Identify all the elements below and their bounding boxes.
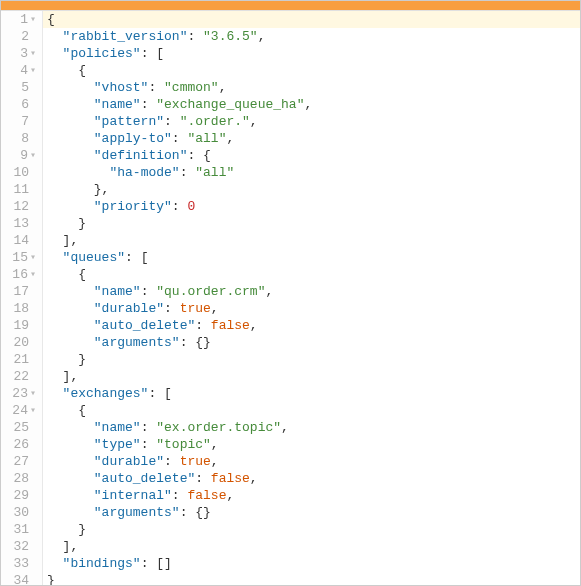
code-line[interactable]: "type": "topic", <box>43 436 580 453</box>
line-number: 2 <box>11 28 29 45</box>
line-number: 6 <box>11 96 29 113</box>
punctuation: : <box>164 301 180 316</box>
fold-arrow-icon[interactable]: ▾ <box>30 147 36 164</box>
json-boolean: true <box>180 454 211 469</box>
fold-arrow-icon[interactable]: ▾ <box>30 249 36 266</box>
line-number: 24 <box>10 402 28 419</box>
punctuation: } <box>47 573 55 585</box>
line-number-gutter: 1▾23▾4▾56789▾101112131415▾16▾17181920212… <box>1 11 43 585</box>
json-key: "queues" <box>63 250 125 265</box>
punctuation: : <box>164 454 180 469</box>
line-number: 32 <box>11 538 29 555</box>
punctuation: , <box>219 80 227 95</box>
line-number: 7 <box>11 113 29 130</box>
code-line[interactable]: ], <box>43 368 580 385</box>
code-line[interactable]: } <box>43 351 580 368</box>
gutter-line: 11 <box>11 181 36 198</box>
line-number: 1 <box>10 11 28 28</box>
code-line[interactable]: "priority": 0 <box>43 198 580 215</box>
gutter-line: 2 <box>11 28 36 45</box>
code-line[interactable]: "durable": true, <box>43 453 580 470</box>
json-key: "policies" <box>63 46 141 61</box>
punctuation: , <box>211 454 219 469</box>
gutter-line: 25 <box>11 419 36 436</box>
json-key: "apply-to" <box>94 131 172 146</box>
code-line[interactable]: "name": "exchange_queue_ha", <box>43 96 580 113</box>
line-number: 28 <box>11 470 29 487</box>
punctuation: : <box>164 114 180 129</box>
json-key: "name" <box>94 420 141 435</box>
gutter-line: 19 <box>11 317 36 334</box>
gutter-line: 1▾ <box>11 11 36 28</box>
fold-arrow-icon[interactable]: ▾ <box>30 45 36 62</box>
code-line[interactable]: "auto_delete": false, <box>43 470 580 487</box>
gutter-line: 8 <box>11 130 36 147</box>
punctuation: : <box>180 165 196 180</box>
punctuation: : <box>172 488 188 503</box>
gutter-line: 13 <box>11 215 36 232</box>
code-line[interactable]: "durable": true, <box>43 300 580 317</box>
punctuation: , <box>226 131 234 146</box>
code-line[interactable]: { <box>43 402 580 419</box>
code-line[interactable]: "arguments": {} <box>43 334 580 351</box>
code-line[interactable]: "definition": { <box>43 147 580 164</box>
punctuation: : <box>141 284 157 299</box>
code-line[interactable]: "auto_delete": false, <box>43 317 580 334</box>
code-line[interactable]: { <box>43 11 580 28</box>
gutter-line: 4▾ <box>11 62 36 79</box>
code-area[interactable]: { "rabbit_version": "3.6.5", "policies":… <box>43 11 580 585</box>
code-line[interactable]: { <box>43 62 580 79</box>
code-line[interactable]: } <box>43 521 580 538</box>
gutter-line: 6 <box>11 96 36 113</box>
line-number: 17 <box>11 283 29 300</box>
json-key: "arguments" <box>94 335 180 350</box>
code-line[interactable]: "arguments": {} <box>43 504 580 521</box>
code-line[interactable]: "apply-to": "all", <box>43 130 580 147</box>
gutter-line: 9▾ <box>11 147 36 164</box>
code-line[interactable]: "ha-mode": "all" <box>43 164 580 181</box>
fold-arrow-icon[interactable]: ▾ <box>30 11 36 28</box>
code-line[interactable]: "policies": [ <box>43 45 580 62</box>
line-number: 33 <box>11 555 29 572</box>
json-key: "name" <box>94 284 141 299</box>
json-string: "topic" <box>156 437 211 452</box>
punctuation: : <box>148 80 164 95</box>
gutter-line: 20 <box>11 334 36 351</box>
code-line[interactable]: "vhost": "cmmon", <box>43 79 580 96</box>
code-line[interactable]: "exchanges": [ <box>43 385 580 402</box>
code-line[interactable]: "rabbit_version": "3.6.5", <box>43 28 580 45</box>
code-line[interactable]: { <box>43 266 580 283</box>
code-line[interactable]: "pattern": ".order.", <box>43 113 580 130</box>
fold-arrow-icon[interactable]: ▾ <box>30 402 36 419</box>
code-line[interactable]: "bindings": [] <box>43 555 580 572</box>
code-line[interactable]: } <box>43 572 580 585</box>
code-line[interactable]: "internal": false, <box>43 487 580 504</box>
code-line[interactable]: "name": "ex.order.topic", <box>43 419 580 436</box>
code-line[interactable]: ], <box>43 232 580 249</box>
json-key: "auto_delete" <box>94 318 195 333</box>
fold-arrow-icon[interactable]: ▾ <box>30 62 36 79</box>
fold-arrow-icon[interactable]: ▾ <box>30 385 36 402</box>
punctuation: : {} <box>180 335 211 350</box>
json-string: "ex.order.topic" <box>156 420 281 435</box>
punctuation: , <box>211 301 219 316</box>
punctuation: }, <box>94 182 110 197</box>
line-number: 12 <box>11 198 29 215</box>
json-key: "pattern" <box>94 114 164 129</box>
json-string: "qu.order.crm" <box>156 284 265 299</box>
punctuation: , <box>211 437 219 452</box>
code-line[interactable]: } <box>43 215 580 232</box>
json-boolean: false <box>211 471 250 486</box>
punctuation: : [ <box>141 46 164 61</box>
line-number: 23 <box>10 385 28 402</box>
gutter-line: 21 <box>11 351 36 368</box>
gutter-line: 34 <box>11 572 36 586</box>
code-line[interactable]: "name": "qu.order.crm", <box>43 283 580 300</box>
json-string: ".order." <box>180 114 250 129</box>
fold-arrow-icon[interactable]: ▾ <box>30 266 36 283</box>
code-line[interactable]: ], <box>43 538 580 555</box>
code-line[interactable]: "queues": [ <box>43 249 580 266</box>
gutter-line: 3▾ <box>11 45 36 62</box>
json-key: "definition" <box>94 148 188 163</box>
code-line[interactable]: }, <box>43 181 580 198</box>
